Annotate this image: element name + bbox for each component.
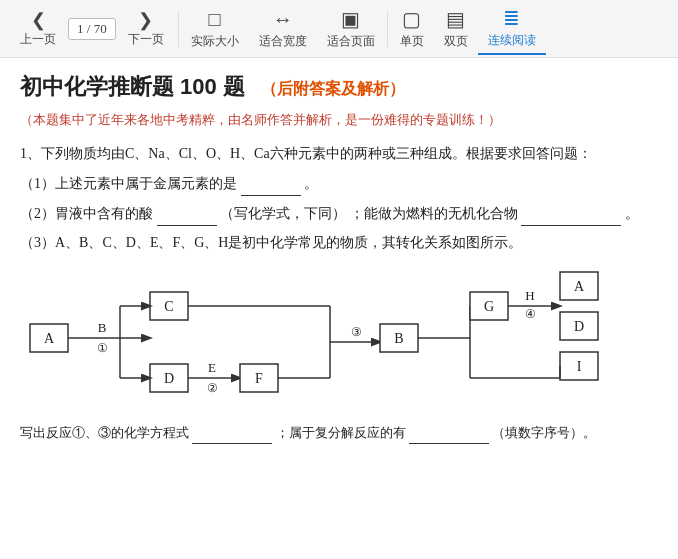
- fit-page-label: 适合页面: [327, 33, 375, 50]
- main-title: 初中化学推断题 100 题 （后附答案及解析）: [20, 72, 658, 102]
- reaction-diagram: A B ① C D E ② F: [20, 262, 658, 417]
- next-icon: ❯: [138, 9, 153, 31]
- page-current: 1: [77, 21, 84, 36]
- question-1-1: （1）上述元素中属于金属元素的是 。: [20, 170, 658, 196]
- svg-text:E: E: [208, 360, 216, 375]
- svg-text:②: ②: [207, 381, 218, 395]
- svg-text:D: D: [574, 319, 584, 334]
- blank-bottom-1: [192, 421, 272, 444]
- svg-text:G: G: [484, 299, 494, 314]
- page-info: 1 / 70: [68, 18, 116, 40]
- fit-page-icon: ▣: [341, 7, 360, 31]
- fit-width-icon: ↔: [273, 8, 293, 31]
- svg-text:①: ①: [97, 341, 108, 355]
- blank-1-2b: [521, 200, 621, 226]
- question-1-3: （3）A、B、C、D、E、F、G、H是初中化学常见的物质，其转化关系如图所示。: [20, 230, 658, 255]
- blank-1-1: [241, 170, 301, 196]
- svg-text:H: H: [525, 288, 534, 303]
- notice-text: （本题集中了近年来各地中考精粹，由名师作答并解析，是一份难得的专题训练！）: [20, 110, 658, 131]
- divider-1: [178, 11, 179, 47]
- double-page-button[interactable]: ▤ 双页: [434, 3, 478, 54]
- blank-bottom-2: [409, 421, 489, 444]
- subtitle: （后附答案及解析）: [261, 80, 405, 97]
- svg-text:B: B: [98, 320, 107, 335]
- question-1-2: （2）胃液中含有的酸 （写化学式，下同） ；能做为燃料的无机化合物 。: [20, 200, 658, 226]
- svg-text:F: F: [255, 371, 263, 386]
- double-page-icon: ▤: [446, 7, 465, 31]
- svg-text:I: I: [577, 359, 582, 374]
- fit-page-button[interactable]: ▣ 适合页面: [317, 3, 385, 54]
- single-page-label: 单页: [400, 33, 424, 50]
- content-area: 初中化学推断题 100 题 （后附答案及解析） （本题集中了近年来各地中考精粹，…: [0, 58, 678, 559]
- svg-text:A: A: [44, 331, 55, 346]
- next-page-button[interactable]: ❯ 下一页: [122, 7, 170, 50]
- bottom-text: 写出反应①、③的化学方程式 ；属于复分解反应的有 （填数字序号）。: [20, 421, 658, 444]
- page-separator: /: [87, 21, 94, 36]
- continuous-label: 连续阅读: [488, 32, 536, 49]
- question-1-text: 1、下列物质均由C、Na、Cl、O、H、Ca六种元素中的两种或三种组成。根据要求…: [20, 141, 658, 166]
- page-total: 70: [94, 21, 107, 36]
- svg-text:③: ③: [351, 325, 362, 339]
- continuous-button[interactable]: ≣ 连续阅读: [478, 2, 546, 55]
- toolbar: ❮ 上一页 1 / 70 ❯ 下一页 □ 实际大小 ↔ 适合宽度 ▣ 适合页面 …: [0, 0, 678, 58]
- actual-size-button[interactable]: □ 实际大小: [181, 4, 249, 54]
- prev-label: 上一页: [20, 31, 56, 48]
- next-label: 下一页: [128, 31, 164, 48]
- prev-page-button[interactable]: ❮ 上一页: [14, 7, 62, 50]
- actual-size-label: 实际大小: [191, 33, 239, 50]
- actual-size-icon: □: [209, 8, 221, 31]
- fit-width-label: 适合宽度: [259, 33, 307, 50]
- continuous-icon: ≣: [503, 6, 520, 30]
- single-page-icon: ▢: [402, 7, 421, 31]
- svg-text:C: C: [164, 299, 173, 314]
- divider-2: [387, 11, 388, 47]
- svg-text:B: B: [394, 331, 403, 346]
- svg-text:D: D: [164, 371, 174, 386]
- double-page-label: 双页: [444, 33, 468, 50]
- page-navigation: ❮ 上一页 1 / 70 ❯ 下一页: [8, 3, 176, 54]
- blank-1-2a: [157, 200, 217, 226]
- diagram-svg: A B ① C D E ② F: [20, 262, 658, 417]
- prev-icon: ❮: [31, 9, 46, 31]
- single-page-button[interactable]: ▢ 单页: [390, 3, 434, 54]
- svg-text:A: A: [574, 279, 585, 294]
- svg-text:④: ④: [525, 307, 536, 321]
- fit-width-button[interactable]: ↔ 适合宽度: [249, 4, 317, 54]
